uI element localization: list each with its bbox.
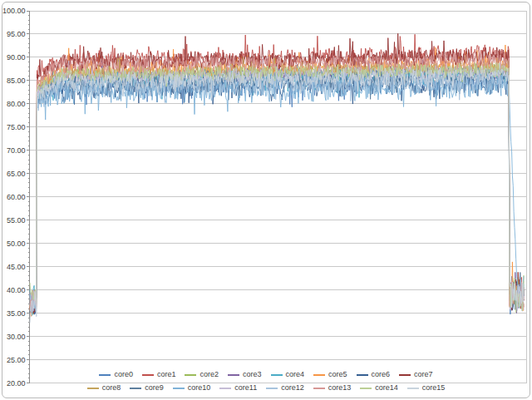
y-axis-tick-label: 50.00 <box>7 240 26 248</box>
y-axis-tick-label: 35.00 <box>7 309 26 318</box>
y-axis-tick-label: 85.00 <box>7 77 26 85</box>
chart-frame: 100.0095.0090.0085.0080.0075.0070.0065.0… <box>2 2 530 398</box>
series-line-core14 <box>30 62 524 312</box>
y-axis-tick-label: 80.00 <box>7 100 26 108</box>
y-axis-tick-label: 95.00 <box>7 30 26 38</box>
y-axis-tick-label: 40.00 <box>7 286 26 294</box>
y-axis-tick-label: 90.00 <box>7 53 26 62</box>
line-chart-plot: 100.0095.0090.0085.0080.0075.0070.0065.0… <box>2 2 530 398</box>
y-axis-tick-label: 100.00 <box>2 7 26 15</box>
series-line-core12 <box>30 72 524 311</box>
series-line-core15 <box>30 68 524 323</box>
y-axis-tick-label: 65.00 <box>7 170 26 178</box>
y-axis-tick-label: 75.00 <box>7 123 26 131</box>
y-axis-tick-label: 55.00 <box>7 216 26 225</box>
series-line-core4 <box>30 65 524 308</box>
series-line-core10 <box>30 75 524 316</box>
y-axis-tick-label: 20.00 <box>7 379 26 388</box>
series-line-core2 <box>30 61 524 314</box>
y-axis-tick-label: 60.00 <box>7 193 26 201</box>
series-line-core6 <box>30 72 524 314</box>
y-axis-tick-label: 30.00 <box>7 333 26 341</box>
y-axis-tick-label: 70.00 <box>7 146 26 155</box>
y-axis-tick-label: 25.00 <box>7 356 26 364</box>
y-axis-tick-label: 45.00 <box>7 263 26 271</box>
